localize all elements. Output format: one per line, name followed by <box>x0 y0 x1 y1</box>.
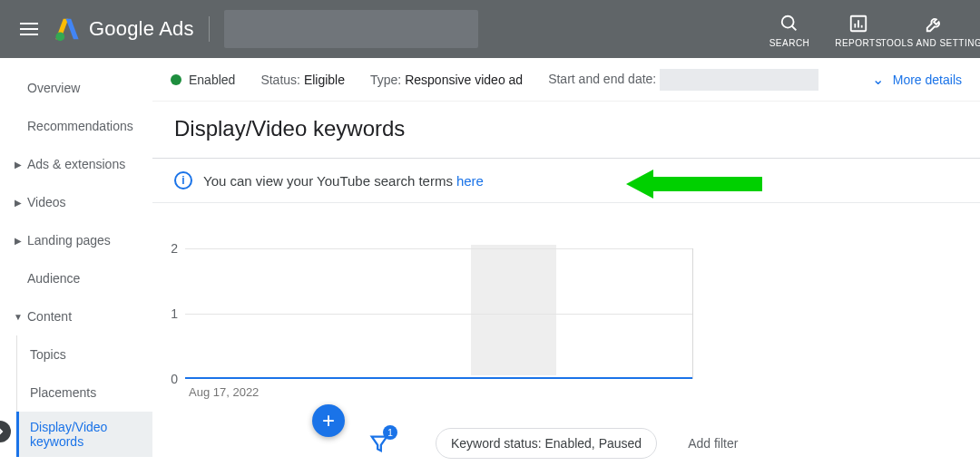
hamburger-icon <box>20 23 38 35</box>
add-filter-button[interactable]: Add filter <box>688 436 738 451</box>
sidebar-item-audience[interactable]: Audience <box>0 259 152 297</box>
date-segment: Start and end date: <box>548 69 818 91</box>
caret-down-icon: ▼ <box>13 312 24 322</box>
ytick-1: 1 <box>160 306 178 321</box>
tools-label: TOOLS AND SETTINGS <box>881 38 980 48</box>
more-details-button[interactable]: ⌄More details <box>872 71 980 88</box>
svg-line-7 <box>792 25 797 30</box>
google-ads-logo-icon <box>54 16 80 42</box>
date-label: Start and end date: <box>548 71 656 85</box>
filter-row: 1 Keyword status: Enabled, Paused Add fi… <box>363 421 980 466</box>
search-label: SEARCH <box>769 38 810 48</box>
svg-rect-2 <box>20 34 38 35</box>
reports-icon <box>848 14 868 34</box>
search-icon <box>779 14 799 34</box>
chart-date-label: Aug 17, 2022 <box>189 385 259 399</box>
info-text: You can view your YouTube search terms <box>203 173 453 189</box>
sidebar-subitem-display-video-keywords[interactable]: Display/Video keywords <box>16 412 152 457</box>
ytick-0: 0 <box>160 372 178 386</box>
tools-button[interactable]: TOOLS AND SETTINGS <box>902 11 967 48</box>
chevron-down-icon: ⌄ <box>872 71 884 88</box>
info-link[interactable]: here <box>456 173 484 189</box>
sidebar-item-label: Videos <box>27 195 66 209</box>
svg-marker-12 <box>626 170 762 199</box>
info-banner: i You can view your YouTube search terms… <box>152 159 980 203</box>
wrench-icon <box>925 14 945 34</box>
svg-rect-1 <box>20 28 38 30</box>
sidebar-item-label: Ads & extensions <box>27 157 125 171</box>
brand-text: Google Ads <box>89 17 194 41</box>
sidebar: Overview Recommendations ▶Ads & extensio… <box>0 58 152 466</box>
more-details-label: More details <box>893 73 962 87</box>
date-placeholder <box>660 69 818 91</box>
svg-point-6 <box>782 15 794 27</box>
reports-label: REPORTS <box>835 38 882 48</box>
sidebar-item-overview[interactable]: Overview <box>0 69 152 107</box>
sidebar-item-label: Landing pages <box>27 233 111 248</box>
sidebar-item-label: Content <box>27 309 72 324</box>
app-header: Google Ads SEARCH REPORTS TOOLS AND SETT… <box>0 0 980 58</box>
menu-button[interactable] <box>7 7 51 51</box>
brand[interactable]: Google Ads <box>54 16 194 42</box>
ytick-2: 2 <box>160 241 178 256</box>
status-segment: Status: Eligible <box>260 73 345 87</box>
reports-button[interactable]: REPORTS <box>833 11 884 48</box>
sidebar-subitems: Topics Placements Display/Video keywords <box>16 335 152 457</box>
chart: 2 1 0 Aug 17, 2022 <box>185 248 693 379</box>
status-dot-icon <box>171 74 181 85</box>
status-label: Status: <box>260 73 300 87</box>
chart-x-axis <box>185 377 692 379</box>
chart-area: 2 1 0 Aug 17, 2022 <box>152 203 980 403</box>
search-button[interactable]: SEARCH <box>764 11 815 48</box>
filter-button[interactable]: 1 <box>363 427 396 460</box>
main-content: Enabled Status: Eligible Type: Responsiv… <box>152 58 980 466</box>
caret-right-icon: ▶ <box>13 160 24 170</box>
annotation-arrow <box>626 166 762 202</box>
type-segment: Type: Responsive video ad <box>370 73 523 87</box>
add-keyword-fab[interactable]: + <box>312 404 345 437</box>
header-actions: SEARCH REPORTS TOOLS AND SETTINGS <box>764 11 973 48</box>
plus-icon: + <box>322 408 335 433</box>
divider <box>209 16 210 42</box>
sidebar-item-content[interactable]: ▼Content <box>0 297 152 335</box>
sidebar-collapse-button[interactable] <box>0 421 11 442</box>
svg-point-5 <box>55 33 64 42</box>
svg-rect-0 <box>20 23 38 24</box>
info-icon: i <box>174 171 192 189</box>
status-value: Eligible <box>304 73 345 87</box>
status-bar: Enabled Status: Eligible Type: Responsiv… <box>152 58 980 102</box>
filter-chip-keyword-status[interactable]: Keyword status: Enabled, Paused <box>436 428 657 459</box>
type-label: Type: <box>370 73 401 87</box>
page-title: Display/Video keywords <box>152 102 980 159</box>
type-value: Responsive video ad <box>405 73 523 87</box>
caret-right-icon: ▶ <box>13 236 24 246</box>
sidebar-item-recommendations[interactable]: Recommendations <box>0 107 152 145</box>
filter-badge: 1 <box>383 425 397 440</box>
chart-highlight-band <box>471 245 556 375</box>
sidebar-subitem-topics[interactable]: Topics <box>17 335 152 374</box>
sidebar-item-videos[interactable]: ▶Videos <box>0 183 152 221</box>
sidebar-item-ads-extensions[interactable]: ▶Ads & extensions <box>0 145 152 183</box>
account-selector[interactable] <box>224 10 478 48</box>
caret-right-icon: ▶ <box>13 198 24 208</box>
chevron-right-icon <box>0 427 5 436</box>
sidebar-subitem-placements[interactable]: Placements <box>17 374 152 412</box>
svg-marker-4 <box>66 19 79 39</box>
sidebar-item-landing-pages[interactable]: ▶Landing pages <box>0 221 152 259</box>
enabled-label: Enabled <box>189 73 235 87</box>
